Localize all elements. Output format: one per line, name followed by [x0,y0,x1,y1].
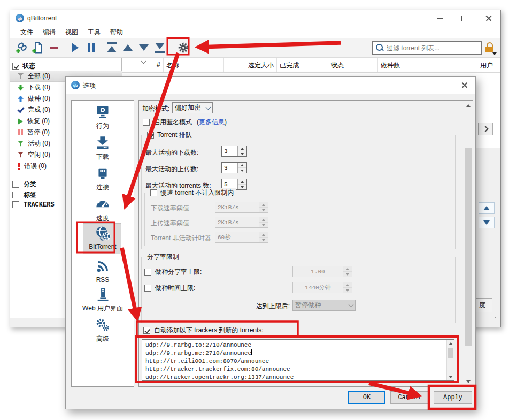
auto-add-trackers-row: 自动添加以下 trackers 到新的 torrents: [143,326,264,335]
seed-ratio-row: 做种分享率上限: [144,268,202,277]
menu-help[interactable]: 帮助 [105,27,128,38]
categories-checkbox[interactable] [12,181,19,188]
chevron-down-icon [206,104,211,110]
close-button[interactable] [476,10,500,26]
menu-tools[interactable]: 工具 [83,27,105,38]
auto-add-trackers-checkbox[interactable] [143,327,150,334]
active-funnel-icon [18,141,24,147]
cancel-button[interactable]: Cancel [390,391,429,404]
window-title: qBittorrent [27,14,57,22]
dialog-close-button[interactable] [457,79,472,91]
max-downloads-spinner[interactable]: 3 [221,146,247,157]
options-button[interactable] [177,41,190,54]
download-icon [94,135,111,151]
scroll-up-arrow[interactable] [464,102,473,109]
scroll-down-arrow[interactable] [447,373,454,380]
nav-webui[interactable]: Web 用户界面 [72,286,134,313]
scroll-down-arrow[interactable] [464,378,473,385]
column-size[interactable]: 选定大小 [224,58,277,72]
nav-advanced[interactable]: 高级 [72,317,134,343]
nav-bittorrent[interactable]: BitTorrent [72,225,134,250]
scrollbar-thumb[interactable] [448,348,453,358]
minimize-button[interactable] [428,10,452,26]
behavior-icon [94,104,111,120]
trackers-checkbox[interactable] [12,201,19,208]
search-icon [376,44,383,51]
scroll-down-button[interactable] [479,217,495,228]
seed-time-spinner[interactable]: 1440分钟 [292,282,352,293]
move-down-button[interactable] [137,41,150,54]
scrollbar-thumb[interactable] [465,148,472,346]
dl-threshold-spinner[interactable]: 2KiB/s [215,202,268,213]
move-up-button[interactable] [121,41,134,54]
apply-button[interactable]: Apply [434,391,472,404]
ok-button[interactable]: OK [348,391,385,404]
column-seeds[interactable]: 做种数 [378,58,403,72]
scroll-up-arrow[interactable] [447,340,454,347]
maximize-button[interactable] [452,10,476,26]
pause-button[interactable] [84,41,97,54]
column-user[interactable]: 用户 [403,58,496,72]
menu-view[interactable]: 视图 [60,27,83,38]
move-to-bottom-button[interactable] [153,41,166,54]
pause-bars-icon [18,129,23,135]
torrent-table-header: # 名称 选定大小 已完成 状态 做种数 用户 [122,58,500,73]
search-input[interactable] [385,42,480,54]
menu-file[interactable]: 文件 [16,27,38,38]
max-downloads-label: 最大活动的下载数: [145,148,198,157]
ul-threshold-label: 上传速率阈值 [151,219,189,228]
add-torrent-file-button[interactable] [32,41,44,54]
anonymous-mode-checkbox[interactable] [143,119,150,126]
rss-icon [94,258,111,274]
expand-panel-button[interactable] [478,123,493,135]
nav-rss[interactable]: RSS [72,258,134,284]
trackers-textarea[interactable]: udp://9.rarbg.to:2710/announce udp://9.r… [142,339,454,381]
move-to-top-button[interactable] [105,41,118,54]
nav-download[interactable]: 下载 [72,135,134,162]
nav-connection[interactable]: 连接 [72,165,134,192]
titlebar: qb qBittorrent [10,10,500,26]
ul-threshold-spinner[interactable]: 2KiB/s [215,217,268,228]
done-check-icon [18,108,24,112]
slow-torrents-checkbox[interactable] [150,189,157,196]
remove-torrent-button[interactable] [48,41,60,54]
textarea-scrollbar[interactable] [446,340,454,380]
anonymous-mode-row: 启用匿名模式 (更多信息) [143,118,227,127]
toolbar-separator [65,41,65,54]
inactivity-timer-spinner[interactable]: 60秒 [215,232,268,243]
seed-ratio-spinner[interactable]: 1.00 [292,266,352,277]
column-name[interactable]: 名称 [164,58,224,72]
app-logo-icon: qb [16,14,24,22]
settings-scrollbar[interactable] [464,101,473,386]
seed-ratio-checkbox[interactable] [144,269,151,276]
max-uploads-spinner[interactable]: 3 [221,162,247,173]
bittorrent-icon [94,225,111,241]
add-torrent-link-icon [16,41,28,54]
nav-behavior[interactable]: 行为 [72,104,134,131]
column-status-icon[interactable] [122,58,138,72]
lock-button[interactable] [484,42,495,54]
tags-checkbox[interactable] [12,192,19,198]
status-checkbox[interactable] [12,63,19,70]
more-info-link[interactable]: 更多信息 [199,118,225,126]
search-box [372,41,482,55]
nav-speed[interactable]: 速度 [72,196,134,223]
column-status[interactable]: 状态 [328,58,378,72]
encryption-select[interactable]: 偏好加密 [172,102,213,113]
menu-edit[interactable]: 编辑 [38,27,60,38]
filter-funnel-icon [18,73,24,79]
options-nav-list: 行为 下载 连接 速度 BitTorrent RSS Web 用户界面 高级 [71,100,134,387]
torrent-queueing-checkbox[interactable] [147,132,154,139]
dialog-title: 选项 [83,81,96,90]
seed-time-checkbox[interactable] [144,285,151,292]
arrow-up-icon [483,206,490,210]
resume-button[interactable] [68,41,81,54]
tracker-url-line: udp://9.rarbg.me:2710/announce [145,349,252,357]
ratio-reached-action-select[interactable]: 暂停做种 [292,300,356,311]
column-done[interactable]: 已完成 [277,58,328,72]
scroll-up-button[interactable] [479,202,495,214]
seed-arrow-icon [18,96,24,102]
gear-icon [177,41,190,54]
status-header[interactable]: 状态 [12,62,35,71]
add-torrent-link-button[interactable] [16,41,28,54]
